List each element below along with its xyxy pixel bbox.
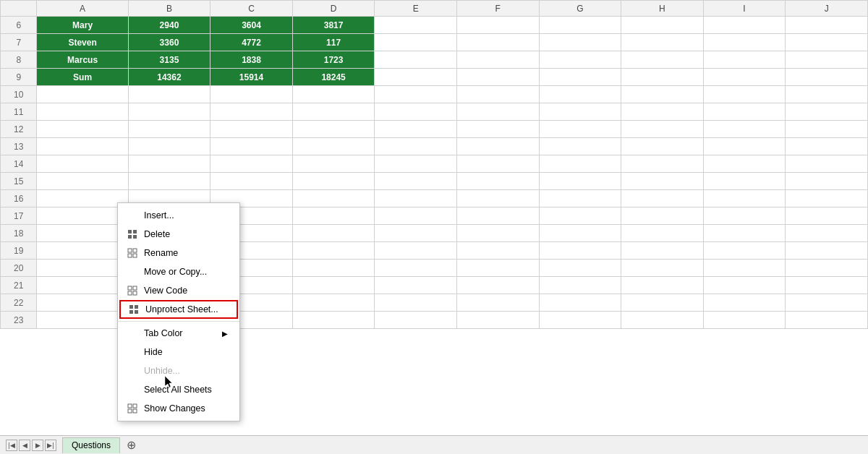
menu-item-select-all[interactable]: Select All Sheets — [118, 380, 239, 399]
menu-item-move-copy[interactable]: Move or Copy... — [118, 262, 239, 281]
cell[interactable] — [539, 86, 621, 103]
cell[interactable] — [703, 86, 786, 103]
cell[interactable] — [786, 86, 868, 103]
cell[interactable] — [621, 225, 704, 242]
cell[interactable] — [456, 34, 539, 51]
cell[interactable]: 3604 — [210, 17, 293, 34]
cell[interactable] — [786, 225, 868, 242]
cell[interactable] — [456, 51, 539, 69]
cell[interactable] — [456, 190, 539, 207]
cell[interactable] — [703, 103, 786, 121]
cell[interactable] — [375, 190, 457, 207]
cell[interactable] — [621, 17, 704, 34]
cell[interactable] — [539, 294, 621, 312]
tab-nav-last[interactable]: ▶| — [45, 440, 56, 451]
cell[interactable] — [37, 190, 128, 207]
cell[interactable] — [539, 260, 621, 277]
cell[interactable] — [37, 260, 128, 277]
cell[interactable] — [703, 155, 786, 173]
cell[interactable] — [539, 69, 621, 86]
cell[interactable] — [786, 69, 868, 86]
menu-item-unhide[interactable]: Unhide... — [118, 361, 239, 380]
cell[interactable] — [456, 138, 539, 155]
cell[interactable] — [786, 51, 868, 69]
cell[interactable] — [456, 312, 539, 329]
cell[interactable] — [210, 121, 293, 138]
cell[interactable] — [128, 173, 210, 190]
cell[interactable] — [539, 121, 621, 138]
cell[interactable] — [621, 138, 704, 155]
cell[interactable] — [621, 69, 704, 86]
cell[interactable] — [210, 86, 293, 103]
cell[interactable] — [456, 155, 539, 173]
cell[interactable] — [786, 121, 868, 138]
cell[interactable] — [703, 225, 786, 242]
cell[interactable] — [375, 277, 457, 294]
cell[interactable] — [292, 121, 375, 138]
cell[interactable]: Marcus — [37, 51, 128, 69]
cell[interactable] — [621, 86, 704, 103]
cell[interactable] — [786, 312, 868, 329]
cell[interactable]: Steven — [37, 34, 128, 51]
cell[interactable] — [37, 312, 128, 329]
cell[interactable]: 1838 — [210, 51, 293, 69]
cell[interactable] — [292, 103, 375, 121]
cell[interactable] — [786, 207, 868, 225]
cell[interactable] — [375, 242, 457, 260]
cell[interactable]: 3135 — [128, 51, 210, 69]
cell[interactable] — [786, 138, 868, 155]
cell[interactable] — [539, 138, 621, 155]
cell[interactable] — [621, 294, 704, 312]
cell[interactable] — [703, 242, 786, 260]
cell[interactable] — [456, 294, 539, 312]
cell[interactable] — [128, 138, 210, 155]
cell[interactable] — [621, 277, 704, 294]
cell[interactable] — [292, 190, 375, 207]
menu-item-rename[interactable]: Rename — [118, 244, 239, 262]
cell[interactable] — [375, 51, 457, 69]
cell[interactable] — [456, 173, 539, 190]
cell[interactable] — [37, 173, 128, 190]
cell[interactable] — [703, 51, 786, 69]
cell[interactable] — [786, 242, 868, 260]
cell[interactable] — [621, 190, 704, 207]
cell[interactable] — [539, 277, 621, 294]
menu-item-unprotect[interactable]: Unprotect Sheet... — [119, 300, 238, 319]
cell[interactable] — [621, 173, 704, 190]
col-header-d[interactable]: D — [292, 1, 375, 17]
col-header-e[interactable]: E — [375, 1, 457, 17]
menu-item-show-changes[interactable]: Show Changes — [118, 399, 239, 418]
menu-item-view-code[interactable]: View Code — [118, 281, 239, 300]
cell[interactable] — [703, 138, 786, 155]
cell[interactable] — [786, 173, 868, 190]
cell[interactable] — [292, 138, 375, 155]
cell[interactable] — [703, 190, 786, 207]
cell[interactable] — [37, 242, 128, 260]
cell[interactable] — [539, 190, 621, 207]
cell[interactable] — [456, 17, 539, 34]
cell[interactable] — [456, 260, 539, 277]
cell[interactable] — [703, 312, 786, 329]
cell[interactable] — [37, 225, 128, 242]
cell[interactable]: 1723 — [292, 51, 375, 69]
cell[interactable] — [621, 103, 704, 121]
cell[interactable] — [621, 242, 704, 260]
cell[interactable]: Sum — [37, 69, 128, 86]
col-header-h[interactable]: H — [621, 1, 704, 17]
cell[interactable] — [621, 34, 704, 51]
cell[interactable] — [292, 260, 375, 277]
cell[interactable] — [539, 17, 621, 34]
sheet-tab-questions[interactable]: Questions — [62, 437, 120, 453]
cell[interactable] — [456, 207, 539, 225]
cell[interactable] — [292, 277, 375, 294]
menu-item-delete[interactable]: Delete — [118, 225, 239, 244]
cell[interactable] — [292, 294, 375, 312]
cell[interactable] — [375, 103, 457, 121]
tab-nav-prev[interactable]: ◀ — [19, 440, 30, 451]
add-sheet-button[interactable]: ⊕ — [123, 437, 139, 453]
cell[interactable] — [375, 69, 457, 86]
col-header-j[interactable]: J — [786, 1, 868, 17]
cell[interactable] — [539, 103, 621, 121]
cell[interactable]: 117 — [292, 34, 375, 51]
cell[interactable] — [375, 138, 457, 155]
